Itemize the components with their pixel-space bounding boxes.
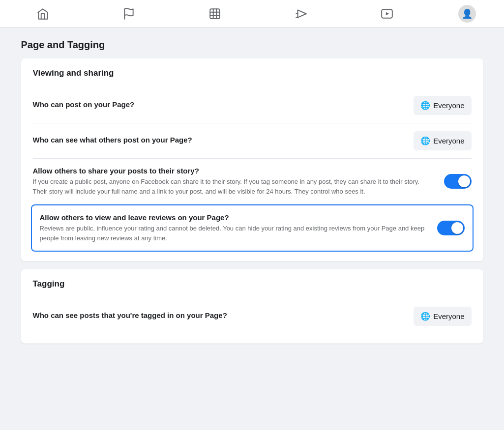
who-can-see-tagged-value: Everyone xyxy=(433,312,464,320)
toggle-thumb-reviews xyxy=(451,222,463,234)
nav-megaphone[interactable] xyxy=(286,2,316,26)
nav-home[interactable] xyxy=(28,2,58,26)
setting-who-can-post-label: Who can post on your Page? xyxy=(33,100,404,109)
tagging-card: Tagging Who can see posts that you're ta… xyxy=(21,269,483,344)
viewing-sharing-card: Viewing and sharing Who can post on your… xyxy=(21,58,483,261)
setting-who-can-post: Who can post on your Page? 🌐 Everyone xyxy=(33,88,472,123)
who-can-post-dropdown[interactable]: 🌐 Everyone xyxy=(414,96,471,115)
toggle-thumb-share-story xyxy=(458,175,470,187)
page-title: Page and Tagging xyxy=(21,39,483,51)
setting-allow-share-story: Allow others to share your posts to thei… xyxy=(33,159,472,204)
who-can-see-others-value: Everyone xyxy=(433,137,464,145)
setting-who-can-see-others: Who can see what others post on your Pag… xyxy=(33,123,472,159)
top-navigation: 👤 xyxy=(0,0,504,28)
allow-reviews-toggle[interactable] xyxy=(437,221,465,235)
toggle-track-reviews[interactable] xyxy=(437,221,465,235)
allow-share-story-title: Allow others to share your posts to thei… xyxy=(33,167,434,175)
globe-icon-tagged: 🌐 xyxy=(420,312,430,321)
setting-who-can-see-others-label: Who can see what others post on your Pag… xyxy=(33,136,404,144)
toggle-track-share-story[interactable] xyxy=(444,174,472,189)
globe-icon-see-others: 🌐 xyxy=(420,136,430,145)
main-content: Page and Tagging Viewing and sharing Who… xyxy=(11,28,493,363)
who-can-see-others-dropdown[interactable]: 🌐 Everyone xyxy=(414,131,471,150)
nav-flag[interactable] xyxy=(114,2,144,26)
setting-allow-reviews: Allow others to view and leave reviews o… xyxy=(31,204,474,252)
svg-marker-8 xyxy=(386,12,389,15)
setting-who-can-see-tagged: Who can see posts that you're tagged in … xyxy=(33,299,472,334)
allow-reviews-title: Allow others to view and leave reviews o… xyxy=(40,213,427,222)
viewing-sharing-title: Viewing and sharing xyxy=(33,68,472,78)
who-can-see-tagged-dropdown[interactable]: 🌐 Everyone xyxy=(414,307,471,326)
nav-avatar[interactable]: 👤 xyxy=(458,5,476,23)
allow-share-story-toggle[interactable] xyxy=(444,174,472,189)
who-can-post-value: Everyone xyxy=(433,101,464,110)
setting-who-can-see-tagged-label: Who can see posts that you're tagged in … xyxy=(33,311,404,319)
nav-play[interactable] xyxy=(372,2,402,26)
tagging-title: Tagging xyxy=(33,279,472,289)
allow-share-story-desc: If you create a public post, anyone on F… xyxy=(33,177,434,196)
nav-chart[interactable] xyxy=(200,2,230,26)
globe-icon-post: 🌐 xyxy=(420,101,430,110)
allow-reviews-desc: Reviews are public, influence your ratin… xyxy=(40,224,427,243)
svg-rect-1 xyxy=(210,9,220,19)
